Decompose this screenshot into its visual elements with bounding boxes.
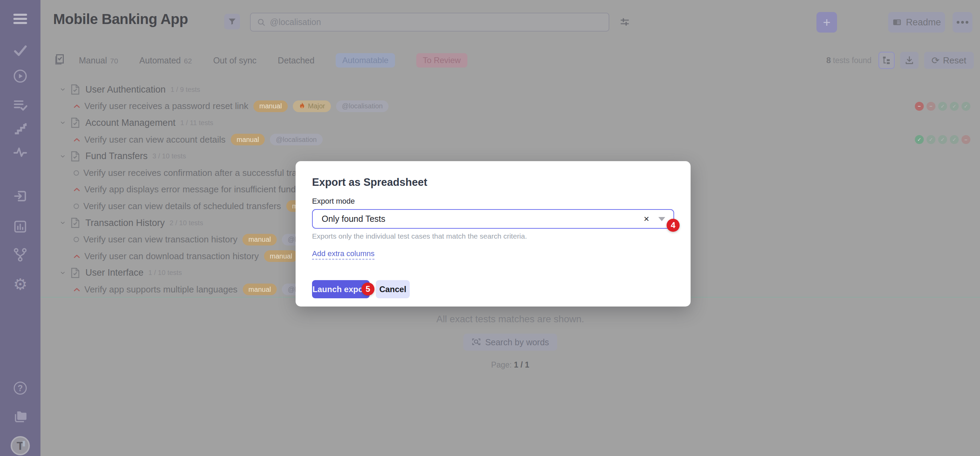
filter-chip-to-review[interactable]: To Review xyxy=(416,53,468,68)
test-title: Verify user can download transaction his… xyxy=(84,251,259,262)
clear-selection-icon[interactable]: ✕ xyxy=(643,215,649,223)
status-failed-icon: − xyxy=(926,102,935,111)
folder-name: Account Management xyxy=(85,118,175,128)
annotation-step-4: 4 xyxy=(667,219,679,232)
filter-detached[interactable]: Detached xyxy=(278,56,315,65)
sidebar-item-analytics[interactable] xyxy=(0,219,40,234)
sidebar-item-import[interactable] xyxy=(0,189,40,203)
caret-up-icon xyxy=(73,187,80,192)
results-message: All exact tests matches are shown. xyxy=(436,314,584,325)
chevron-down-icon[interactable] xyxy=(59,270,67,275)
status-passed-icon: ✓ xyxy=(950,135,959,144)
badge-manual: manual xyxy=(264,250,298,262)
sidebar: ⚙?T xyxy=(0,0,40,456)
badge-severity: Major xyxy=(293,100,331,112)
readme-button[interactable]: Readme xyxy=(888,12,945,33)
tests-found-count: 8tests found xyxy=(826,56,872,65)
doc-check-icon xyxy=(71,151,80,162)
chevron-down-icon[interactable] xyxy=(59,120,67,125)
sidebar-item-check[interactable] xyxy=(0,43,40,57)
chevron-down-icon[interactable] xyxy=(59,221,67,225)
add-extra-columns-link[interactable]: Add extra columns xyxy=(312,249,374,259)
test-title: Verify user can view details of schedule… xyxy=(83,201,281,211)
doc-check-icon xyxy=(71,267,80,278)
folder-test-count: 1 / 10 tests xyxy=(148,269,182,277)
badge-tag: @localisation xyxy=(336,100,388,112)
check-icon xyxy=(13,43,27,57)
run-status-history: ✓✓✓✓− xyxy=(915,135,970,144)
tree-test-row[interactable]: Verify user receives a password reset li… xyxy=(40,98,980,115)
filter-button[interactable] xyxy=(224,14,240,30)
export-mode-select[interactable]: Only found Tests ✕ xyxy=(312,209,674,229)
reset-filters-button[interactable]: ⟳ Reset xyxy=(924,52,974,69)
filter-out-of-sync[interactable]: Out of sync xyxy=(213,56,256,65)
status-passed-icon: ✓ xyxy=(938,102,947,111)
search-input[interactable] xyxy=(270,17,603,27)
steps-icon xyxy=(13,121,27,135)
search-by-words-button[interactable]: Search by words xyxy=(463,334,557,351)
badge-manual: manual xyxy=(253,100,288,112)
run-status-history: −−✓✓✓ xyxy=(915,102,970,111)
tree-folder-row[interactable]: User Authentication1 / 9 tests xyxy=(40,81,980,98)
select-all-checklist-icon[interactable] xyxy=(54,53,66,67)
search-settings-icon[interactable] xyxy=(619,16,630,27)
import-icon xyxy=(13,189,27,203)
add-test-button[interactable]: + xyxy=(816,12,837,33)
sidebar-item-list-check[interactable] xyxy=(0,97,40,113)
status-passed-icon: ✓ xyxy=(926,135,935,144)
filter-automated[interactable]: Automated62 xyxy=(139,56,192,65)
export-mode-label: Export mode xyxy=(312,197,674,206)
folder-name: User Interface xyxy=(85,267,144,278)
badge-manual: manual xyxy=(243,284,277,295)
status-passed-icon: ✓ xyxy=(938,135,947,144)
tree-view-toggle-button[interactable] xyxy=(878,52,895,69)
badge-manual: manual xyxy=(231,134,265,145)
doc-check-icon xyxy=(71,218,80,228)
status-failed-icon: − xyxy=(961,135,970,144)
filter-manual[interactable]: Manual70 xyxy=(79,56,118,65)
download-button[interactable] xyxy=(900,52,919,69)
sidebar-item-app-logo[interactable]: T xyxy=(0,436,40,455)
sidebar-item-settings-gear[interactable]: ⚙ xyxy=(0,276,40,292)
status-passed-icon: ✓ xyxy=(961,102,970,111)
export-modal: Export as Spreadsheet Export mode Only f… xyxy=(296,161,690,307)
filter-chip-automatable[interactable]: Automatable xyxy=(336,53,395,68)
refresh-icon: ⟳ xyxy=(932,55,940,66)
tree-folder-row[interactable]: Account Management1 / 11 tests xyxy=(40,114,980,131)
tree-test-row[interactable]: Verify user can view account detailsmanu… xyxy=(40,131,980,148)
help-icon: ? xyxy=(14,381,27,395)
tree-view-icon xyxy=(882,56,891,65)
more-options-button[interactable] xyxy=(953,12,972,33)
test-title: Verify app displays error message for in… xyxy=(84,184,301,195)
app-logo: T xyxy=(11,436,30,455)
cancel-button[interactable]: Cancel xyxy=(376,280,410,298)
folder-test-count: 1 / 9 tests xyxy=(170,86,200,94)
circle-icon xyxy=(73,203,79,209)
chevron-down-icon[interactable] xyxy=(59,87,67,92)
badge-tag: @localisation xyxy=(270,134,322,145)
sidebar-item-branch[interactable] xyxy=(0,247,40,262)
folder-test-count: 1 / 11 tests xyxy=(180,119,213,127)
select-caret-icon[interactable] xyxy=(659,217,665,221)
sidebar-item-play-circle[interactable] xyxy=(0,68,40,84)
test-title: Verify user receives confirmation after … xyxy=(83,168,317,178)
sidebar-item-activity[interactable] xyxy=(0,145,40,159)
sidebar-menu-button[interactable] xyxy=(0,13,40,25)
badge-manual: manual xyxy=(242,234,277,245)
chevron-down-icon[interactable] xyxy=(59,154,67,159)
circle-icon xyxy=(73,237,79,242)
settings-gear-icon: ⚙ xyxy=(13,276,27,292)
caret-up-icon xyxy=(73,254,80,259)
sidebar-item-help[interactable]: ? xyxy=(0,381,40,395)
export-mode-helper: Exports only the individual test cases t… xyxy=(312,232,674,240)
filter-bar: Manual70Automated62Out of syncDetachedAu… xyxy=(40,51,980,69)
download-icon xyxy=(905,56,914,65)
filter-funnel-icon xyxy=(228,17,237,26)
search-box[interactable] xyxy=(250,13,609,32)
ellipsis-icon xyxy=(957,21,968,24)
status-failed-icon: − xyxy=(915,102,924,111)
sidebar-item-projects-folder[interactable] xyxy=(0,409,40,423)
page-title: Mobile Banking App xyxy=(53,11,188,27)
launch-export-button[interactable]: Launch export xyxy=(312,280,370,298)
sidebar-item-steps[interactable] xyxy=(0,121,40,135)
